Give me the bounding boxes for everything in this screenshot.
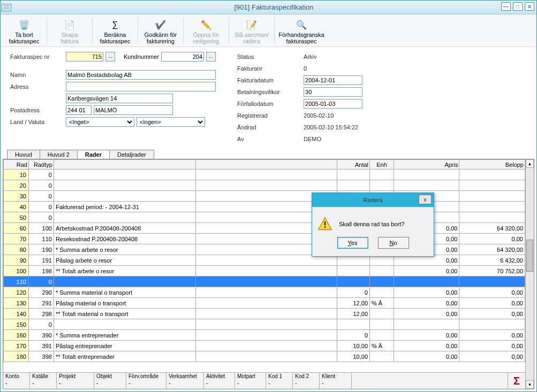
- footer-col: Objekt-: [94, 373, 126, 389]
- table-row[interactable]: 100198** Totalt arbete o resor0,0070 752…: [4, 266, 525, 276]
- footer-col: Projekt-: [57, 373, 94, 389]
- sum-button[interactable]: Σ: [508, 373, 525, 389]
- approve-button[interactable]: ✔️ Godkänn förfakturering: [139, 17, 182, 47]
- create-invoice-button: 📄 Skapafaktura: [48, 17, 91, 47]
- remove-spec-button[interactable]: 🗑️ Ta bortfakturaspec: [3, 17, 46, 47]
- table-row[interactable]: 80190* Summa arbete o resor0,0064 320,00: [4, 244, 525, 255]
- tab-rader[interactable]: Rader: [77, 150, 110, 159]
- table-row[interactable]: 60100Arbetskostnad P.200408-2004080,0064…: [4, 223, 525, 234]
- namn-input[interactable]: [66, 70, 216, 80]
- app-window: [901] Fakturaspecifikation — □ ✕ 🗑️ Ta b…: [0, 0, 537, 392]
- open-for-edit-button: ✏️ Öppna förredigering: [185, 17, 228, 47]
- label-andrad: Ändrad: [237, 124, 301, 130]
- fakturanr-value: 0: [304, 65, 307, 72]
- kundnummer-input[interactable]: [161, 52, 204, 62]
- col-text2[interactable]: [196, 160, 337, 170]
- betalningsvillkor-input[interactable]: [304, 87, 362, 97]
- svg-rect-1: [324, 221, 326, 226]
- vertical-scrollbar[interactable]: ▲ ▼: [525, 159, 534, 389]
- footer-col: Kod 2-: [293, 373, 320, 389]
- label-land-valuta: Land / Valuta: [10, 119, 64, 125]
- table-row[interactable]: 1100: [4, 276, 525, 287]
- adress2-input[interactable]: [66, 94, 173, 103]
- kundnummer-lookup[interactable]: ...: [206, 52, 216, 62]
- footer-col: Aktivitet-: [204, 373, 235, 389]
- label-postadress: Postadress: [10, 107, 64, 113]
- col-antal[interactable]: Antal: [337, 160, 369, 170]
- andrad-value: 2005-02-10 15:54:22: [304, 124, 358, 130]
- table-row[interactable]: 300: [4, 191, 525, 202]
- table-row[interactable]: 100: [4, 170, 525, 180]
- minimize-button[interactable]: —: [501, 2, 511, 11]
- table-row[interactable]: 180398** Totalt entreprenader10,000,000,…: [4, 351, 525, 362]
- tab-detaljrader[interactable]: Detaljrader: [109, 150, 154, 159]
- col-apris[interactable]: Apris: [394, 160, 459, 170]
- table-row[interactable]: 120290* Summa material o transport00,000…: [4, 287, 525, 298]
- rows-table[interactable]: Rad Radtyp Antal Enh Apris Belopp 100200…: [3, 159, 525, 362]
- dialog-no-button[interactable]: No: [378, 237, 409, 249]
- tabstrip: Huvud Huvud 2 Rader Detaljrader: [7, 150, 536, 159]
- warning-icon: [317, 217, 332, 232]
- dialog-title: Radera x: [312, 193, 434, 207]
- footer-col: Konto-: [3, 373, 30, 389]
- delete-confirm-dialog: Radera x Skall denna rad tas bort? Yes N…: [312, 193, 434, 257]
- label-forfallodatum: Förfallodatum: [237, 101, 301, 107]
- table-row[interactable]: 170391Påslag entreprenader10,00% Å0,000,…: [4, 341, 525, 351]
- table-row[interactable]: 90191Påslag arbete o resor0,006 432,00: [4, 255, 525, 266]
- footer-col: Motpart-: [235, 373, 266, 389]
- label-registrerad: Registrerad: [237, 112, 301, 119]
- label-av: Av: [237, 136, 301, 142]
- col-radtyp[interactable]: Radtyp: [28, 160, 54, 170]
- footer-col: [352, 373, 508, 389]
- calc-spec-button[interactable]: ∑ Beräknafakturaspec: [94, 17, 137, 47]
- adress-input[interactable]: [66, 82, 216, 91]
- col-text1[interactable]: [54, 160, 195, 170]
- preview-button[interactable]: 🔍 Förhandsgranskafakturaspec: [276, 17, 327, 47]
- merge-icon: 📝: [245, 19, 258, 30]
- av-value: DEMO: [304, 136, 321, 142]
- table-row[interactable]: 160390* Summa entreprenader00,000,00: [4, 330, 525, 341]
- tab-huvud[interactable]: Huvud: [7, 150, 40, 159]
- app-menu-icon[interactable]: [2, 4, 11, 11]
- edit-icon: ✏️: [200, 19, 213, 30]
- preview-icon: 🔍: [295, 19, 308, 30]
- table-row[interactable]: 500: [4, 212, 525, 223]
- close-button[interactable]: ✕: [525, 2, 534, 11]
- land-select[interactable]: <Inget>: [66, 117, 134, 127]
- forfallodatum-input[interactable]: [304, 99, 362, 109]
- label-status: Status: [237, 53, 301, 60]
- col-belopp[interactable]: Belopp: [459, 160, 525, 170]
- maximize-button[interactable]: □: [513, 2, 523, 11]
- label-fakturaspec-nr: Fakturaspec nr: [10, 53, 64, 60]
- fakturaspec-nr-lookup[interactable]: ...: [105, 52, 115, 62]
- approve-icon: ✔️: [154, 19, 167, 30]
- postort-input[interactable]: [94, 105, 173, 115]
- col-enh[interactable]: Enh: [370, 160, 394, 170]
- create-icon: 📄: [63, 19, 76, 30]
- scroll-down-icon[interactable]: ▼: [526, 380, 534, 389]
- table-row[interactable]: 200: [4, 180, 525, 191]
- valuta-select[interactable]: <ingen>: [137, 117, 205, 127]
- scroll-thumb[interactable]: [526, 240, 533, 272]
- tab-huvud2[interactable]: Huvud 2: [40, 150, 78, 159]
- registrerad-value: 2005-02-10: [304, 112, 334, 119]
- form-area: Fakturaspec nr ... Kundnummer ... Namn A…: [1, 47, 536, 147]
- dialog-yes-button[interactable]: Yes: [337, 237, 368, 249]
- fakturadatum-input[interactable]: [304, 75, 362, 85]
- dialog-message: Skall denna rad tas bort?: [339, 221, 404, 227]
- footer-col: Kställe-: [30, 373, 57, 389]
- scroll-up-icon[interactable]: ▲: [526, 159, 534, 168]
- table-row[interactable]: 400Fakturerad period: - 2004-12-31: [4, 202, 525, 212]
- table-row[interactable]: 70110Resekostnad P.200408-2004080,000,00: [4, 234, 525, 244]
- postnr-input[interactable]: [66, 105, 92, 115]
- table-row[interactable]: 140298** Totalt material o transport12,0…: [4, 309, 525, 319]
- label-fakturanr: Fakturanr: [237, 65, 301, 72]
- table-row[interactable]: 130291Påslag material o transport12,00% …: [4, 298, 525, 309]
- fakturaspec-nr-input[interactable]: [66, 52, 103, 62]
- table-row[interactable]: 1500: [4, 319, 525, 330]
- remove-icon: 🗑️: [18, 19, 31, 30]
- grid-footer: Konto-Kställe-Projekt-Objekt-Förv.område…: [3, 372, 525, 389]
- dialog-close-button[interactable]: x: [419, 195, 432, 204]
- col-rad[interactable]: Rad: [4, 160, 29, 170]
- toolbar: 🗑️ Ta bortfakturaspec 📄 Skapafaktura ∑ B…: [1, 14, 536, 47]
